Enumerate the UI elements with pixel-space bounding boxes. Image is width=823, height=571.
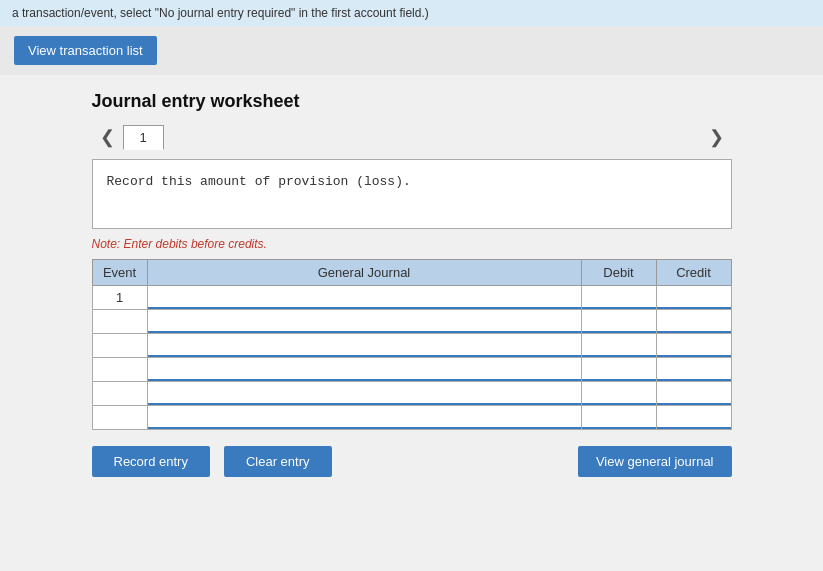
debit-input-3[interactable] [582, 358, 656, 381]
debit-cell-1[interactable] [581, 310, 656, 334]
credit-input-5[interactable] [657, 406, 731, 429]
instruction-box: Record this amount of provision (loss). [92, 159, 732, 229]
journal-cell-2[interactable] [147, 334, 581, 358]
debit-cell-4[interactable] [581, 382, 656, 406]
prev-arrow[interactable]: ❮ [92, 126, 123, 148]
journal-cell-1[interactable] [147, 310, 581, 334]
debit-input-1[interactable] [582, 310, 656, 333]
instruction-text: Record this amount of provision (loss). [107, 174, 411, 189]
buttons-row: Record entry Clear entry View general jo… [92, 446, 732, 477]
debit-input-2[interactable] [582, 334, 656, 357]
clear-entry-button[interactable]: Clear entry [224, 446, 332, 477]
journal-input-3[interactable] [148, 358, 581, 381]
journal-cell-3[interactable] [147, 358, 581, 382]
view-transaction-area: View transaction list [0, 26, 823, 75]
tab-number[interactable]: 1 [123, 125, 164, 150]
table-row [92, 334, 731, 358]
view-general-journal-button[interactable]: View general journal [578, 446, 732, 477]
credit-cell-5[interactable] [656, 406, 731, 430]
journal-input-1[interactable] [148, 310, 581, 333]
event-cell-0: 1 [92, 286, 147, 310]
view-transaction-button[interactable]: View transaction list [14, 36, 157, 65]
table-row [92, 310, 731, 334]
journal-input-5[interactable] [148, 406, 581, 429]
journal-cell-5[interactable] [147, 406, 581, 430]
col-header-journal: General Journal [147, 260, 581, 286]
event-cell-4 [92, 382, 147, 406]
event-cell-2 [92, 334, 147, 358]
credit-cell-2[interactable] [656, 334, 731, 358]
col-header-credit: Credit [656, 260, 731, 286]
tab-row: ❮ 1 ❯ [92, 124, 732, 149]
worksheet-container: Journal entry worksheet ❮ 1 ❯ Record thi… [72, 75, 752, 497]
journal-table: Event General Journal Debit Credit 1 [92, 259, 732, 430]
credit-input-3[interactable] [657, 358, 731, 381]
col-header-event: Event [92, 260, 147, 286]
credit-input-2[interactable] [657, 334, 731, 357]
journal-input-0[interactable] [148, 286, 581, 309]
next-arrow[interactable]: ❯ [701, 126, 732, 148]
debit-cell-3[interactable] [581, 358, 656, 382]
journal-input-2[interactable] [148, 334, 581, 357]
table-row [92, 358, 731, 382]
journal-input-4[interactable] [148, 382, 581, 405]
table-row [92, 382, 731, 406]
credit-cell-1[interactable] [656, 310, 731, 334]
table-row: 1 [92, 286, 731, 310]
journal-cell-4[interactable] [147, 382, 581, 406]
top-bar: a transaction/event, select "No journal … [0, 0, 823, 26]
table-row [92, 406, 731, 430]
credit-cell-0[interactable] [656, 286, 731, 310]
credit-cell-3[interactable] [656, 358, 731, 382]
debit-input-5[interactable] [582, 406, 656, 429]
record-entry-button[interactable]: Record entry [92, 446, 210, 477]
journal-cell-0[interactable] [147, 286, 581, 310]
debit-input-0[interactable] [582, 286, 656, 309]
credit-input-4[interactable] [657, 382, 731, 405]
debit-cell-0[interactable] [581, 286, 656, 310]
note-text: Note: Enter debits before credits. [92, 237, 732, 251]
debit-cell-5[interactable] [581, 406, 656, 430]
worksheet-title: Journal entry worksheet [92, 91, 732, 112]
credit-input-1[interactable] [657, 310, 731, 333]
debit-input-4[interactable] [582, 382, 656, 405]
credit-cell-4[interactable] [656, 382, 731, 406]
col-header-debit: Debit [581, 260, 656, 286]
debit-cell-2[interactable] [581, 334, 656, 358]
event-cell-3 [92, 358, 147, 382]
event-cell-5 [92, 406, 147, 430]
event-cell-1 [92, 310, 147, 334]
top-bar-text: a transaction/event, select "No journal … [12, 6, 429, 20]
credit-input-0[interactable] [657, 286, 731, 309]
